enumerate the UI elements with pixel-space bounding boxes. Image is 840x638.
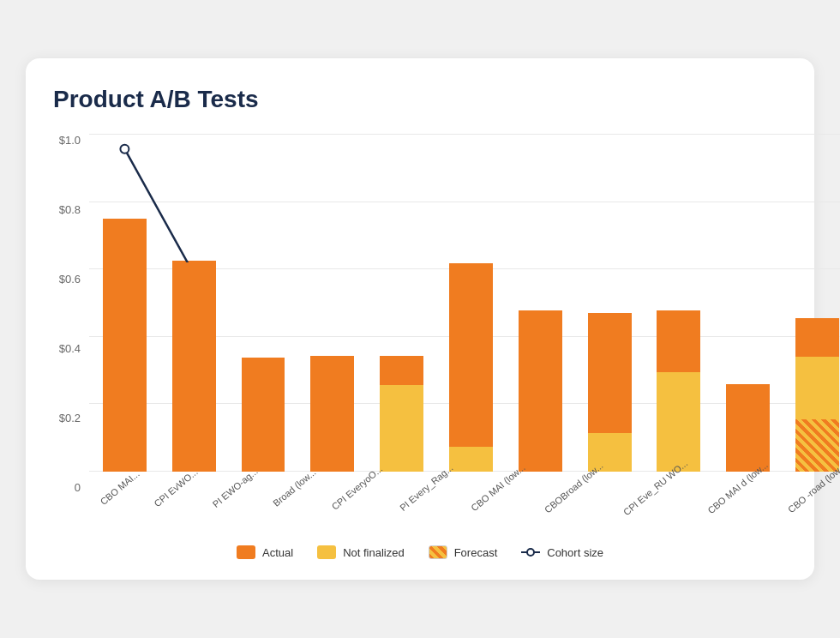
x-label-item: CBO MAI... (93, 477, 141, 494)
x-label-item: PI Every_Rag... (390, 477, 456, 494)
bar-stack (449, 207, 493, 472)
bar-group (439, 134, 503, 472)
bar-group (716, 134, 780, 472)
chart-area: 0$0.2$0.4$0.6$0.8$1.0 CBO MAI...CPI EvWO… (53, 134, 787, 494)
legend-actual-label: Actual (262, 546, 293, 559)
y-axis-label: 0 (75, 481, 81, 494)
bar-group (578, 134, 642, 472)
bar-stack (519, 238, 562, 472)
y-axis-label: $1.0 (59, 134, 81, 147)
bar-group (647, 134, 711, 472)
legend-notfinalized-swatch (317, 545, 336, 559)
bar-actual (449, 263, 493, 446)
x-label-item: CBO MAI d (low... (697, 477, 771, 494)
x-label-item: CPI EveryoO... (322, 477, 385, 494)
x-label-item: CPI Eve_RU WO... (612, 477, 693, 494)
bar-stack (726, 299, 770, 472)
bar-notfinalized (449, 447, 493, 472)
bar-actual (726, 384, 770, 472)
y-axis-label: $0.2 (59, 412, 81, 424)
x-label-item: PI EWO-ag... (204, 477, 260, 494)
bar-actual (103, 219, 147, 472)
y-axis: 0$0.2$0.4$0.6$0.8$1.0 (53, 134, 89, 494)
legend-forecast-swatch (429, 545, 447, 559)
x-label-item: Broad (low... (265, 477, 317, 494)
x-label-text: Broad (low... (271, 466, 318, 508)
legend-forecast-label: Forecast (454, 546, 498, 559)
y-axis-label: $0.4 (59, 342, 81, 355)
y-axis-label: $0.8 (59, 203, 81, 216)
bar-group (162, 134, 226, 472)
bar-group (508, 134, 573, 472)
x-label-text: PI EWO-ag... (211, 466, 260, 509)
legend-notfinalized-label: Not finalized (343, 546, 405, 559)
x-labels: CBO MAI...CPI EvWO...PI EWO-ag...Broad (… (89, 477, 840, 494)
bar-group (785, 134, 840, 472)
legend-actual: Actual (237, 545, 293, 559)
y-axis-label: $0.6 (59, 273, 81, 286)
bars-container (89, 134, 840, 472)
legend-cohort-label: Cohort size (547, 546, 603, 559)
bar-notfinalized (657, 372, 700, 472)
bar-actual (657, 310, 700, 372)
x-label-item: CBOBroad (low... (534, 477, 607, 494)
bar-stack (310, 274, 354, 472)
grid-and-bars (89, 134, 840, 472)
bar-stack (103, 179, 147, 472)
legend-cohort-line (521, 551, 540, 553)
bar-actual (310, 356, 354, 472)
legend-notfinalized: Not finalized (317, 545, 405, 559)
bar-actual (380, 356, 423, 384)
legend-cohort-circle (526, 548, 535, 557)
bar-actual (172, 261, 216, 472)
x-label-item: CBO MAI (low... (461, 477, 528, 494)
chart-title: Product A/B Tests (53, 86, 787, 113)
legend-actual-swatch (237, 545, 255, 559)
bar-notfinalized (795, 357, 839, 419)
bar-stack (380, 274, 423, 472)
bar-actual (519, 310, 562, 472)
bar-group (300, 134, 364, 472)
bar-notfinalized (380, 385, 423, 472)
bar-stack (588, 240, 632, 472)
legend-forecast: Forecast (429, 545, 498, 559)
bar-actual (795, 318, 839, 357)
chart-legend: Actual Not finalized Forecast Cohort siz… (53, 545, 787, 559)
x-label-item: CBO -road (low... (777, 477, 841, 494)
bar-actual (588, 313, 632, 433)
legend-cohort: Cohort size (521, 546, 603, 559)
x-label-text: CBO MAI... (99, 468, 141, 507)
bar-forecast (795, 419, 839, 472)
bar-group (369, 134, 434, 472)
bar-group (93, 134, 157, 472)
bar-group (231, 134, 296, 472)
chart-inner: CBO MAI...CPI EvWO...PI EWO-ag...Broad (… (89, 134, 840, 494)
bar-stack (172, 205, 216, 472)
chart-card: Product A/B Tests 0$0.2$0.4$0.6$0.8$1.0 … (26, 58, 814, 580)
bar-stack (795, 244, 839, 472)
x-label-text: CPI EvWO... (152, 466, 199, 509)
x-label-item: CPI EvWO... (146, 477, 199, 494)
bar-stack (242, 275, 285, 472)
bar-stack (657, 238, 700, 472)
bar-actual (242, 358, 285, 472)
